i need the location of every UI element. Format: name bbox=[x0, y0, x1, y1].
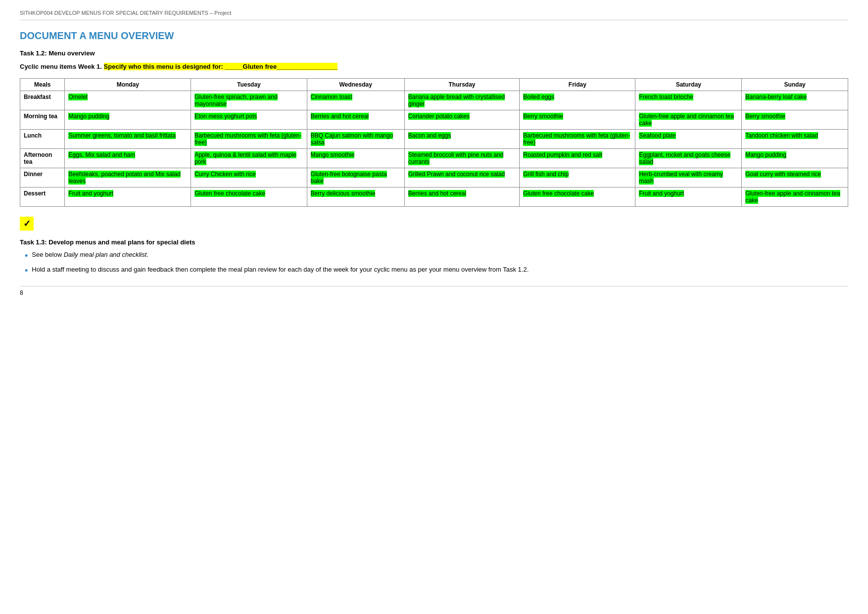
cell-content: Herb-crumbed veal with creamy mash bbox=[639, 171, 723, 185]
cell-friday: Boiled eggs bbox=[520, 91, 635, 110]
cell-monday: Beefsteaks, poached potato and Mix salad… bbox=[65, 168, 191, 188]
cell-content: Berry delicious smoothie bbox=[311, 190, 376, 197]
cell-sunday: Goat curry with steamed rice bbox=[742, 168, 848, 188]
bullet-1-text: See below Daily meal plan and checklist. bbox=[32, 251, 148, 258]
cell-tuesday: Eton mess yoghurt pots bbox=[191, 110, 307, 130]
cell-sunday: Tandoori chicken with salad bbox=[742, 130, 848, 149]
bullet-1-italic: Daily meal plan and checklist bbox=[64, 251, 147, 258]
cell-content: Tandoori chicken with salad bbox=[745, 132, 818, 139]
cell-monday: Mango pudding bbox=[65, 110, 191, 130]
cell-thursday: Coriander potato cakes bbox=[404, 110, 520, 130]
footer: 8 bbox=[20, 286, 848, 296]
cell-thursday: Steamed broccoli with pine nuts and curr… bbox=[404, 149, 520, 168]
table-row: Morning teaMango puddingEton mess yoghur… bbox=[20, 110, 848, 130]
cell-friday: Grill fish and chip bbox=[520, 168, 635, 188]
col-header-tuesday: Tuesday bbox=[191, 79, 307, 91]
cell-content: Seafood plate bbox=[639, 132, 675, 139]
bullet-2-text: Hold a staff meeting to discuss and gain… bbox=[32, 266, 529, 273]
cell-content: Berry smoothie bbox=[523, 113, 563, 120]
cyclic-prefix: Cyclic menu items Week 1. bbox=[20, 63, 102, 70]
cell-saturday: Seafood plate bbox=[635, 130, 742, 149]
cell-content: Eton mess yoghurt pots bbox=[194, 113, 257, 120]
cell-content: Banana apple bread with crystallised gin… bbox=[408, 94, 505, 107]
col-header-monday: Monday bbox=[65, 79, 191, 91]
cell-content: Berries and hot cereal bbox=[408, 190, 466, 197]
cell-content: Fruit and yoghurt bbox=[68, 190, 113, 197]
cell-tuesday: Gluten free chocolate cake bbox=[191, 188, 307, 207]
cell-content: Gluten-free bolognaise pasta bake bbox=[311, 171, 387, 185]
cell-tuesday: Barbecued mushrooms with feta (gluten-fr… bbox=[191, 130, 307, 149]
cell-content: Cinnamon toast bbox=[311, 94, 352, 100]
cell-content: Gluten free chocolate cake bbox=[194, 190, 265, 197]
cyclic-highlight-text: Specify who this menu is designed for: _… bbox=[104, 63, 243, 70]
cell-wednesday: Berry delicious smoothie bbox=[307, 188, 404, 207]
table-row: Afternoon teaEggs, Mix salad and hamAppl… bbox=[20, 149, 848, 168]
cell-friday: Barbecued mushrooms with feta (gluten-fr… bbox=[520, 130, 635, 149]
cell-content: Grill fish and chip bbox=[523, 171, 569, 178]
cell-content: Curry Chicken with rice bbox=[194, 171, 255, 178]
cell-content: Summer greens, tomato and basil frittata bbox=[68, 132, 176, 139]
cell-wednesday: Cinnamon toast bbox=[307, 91, 404, 110]
cell-friday: Gluten free chocolate cake bbox=[520, 188, 635, 207]
cell-content: Mango pudding bbox=[68, 113, 109, 120]
cell-tuesday: Curry Chicken with rice bbox=[191, 168, 307, 188]
col-header-thursday: Thursday bbox=[404, 79, 520, 91]
document-title: DOCUMENT A MENU OVERVIEW bbox=[20, 30, 848, 42]
bullet-item-2: • Hold a staff meeting to discuss and ga… bbox=[25, 266, 848, 277]
meal-label: Afternoon tea bbox=[20, 149, 65, 168]
cell-thursday: Berries and hot cereal bbox=[404, 188, 520, 207]
cell-saturday: French toast brioche bbox=[635, 91, 742, 110]
cell-thursday: Bacon and eggs bbox=[404, 130, 520, 149]
cell-content: Grilled Prawn and coconut rice salad bbox=[408, 171, 505, 178]
bullet-item-1: • See below Daily meal plan and checklis… bbox=[25, 251, 848, 262]
col-header-wednesday: Wednesday bbox=[307, 79, 404, 91]
cell-sunday: Mango pudding bbox=[742, 149, 848, 168]
cell-content: Roasted pumpkin and red salt bbox=[523, 151, 602, 158]
cell-content: Banana-berry loaf cake bbox=[745, 94, 807, 100]
cell-sunday: Banana-berry loaf cake bbox=[742, 91, 848, 110]
cell-content: Gluten-free spinach, prawn and mayonnais… bbox=[194, 94, 277, 107]
cell-content: Berry smoothie bbox=[745, 113, 785, 120]
table-body: BreakfastOmeletGluten-free spinach, praw… bbox=[20, 91, 848, 207]
cell-content: Mango smoothie bbox=[311, 151, 355, 158]
cell-wednesday: Gluten-free bolognaise pasta bake bbox=[307, 168, 404, 188]
cell-saturday: Fruit and yoghurt bbox=[635, 188, 742, 207]
cyclic-highlight-value: Gluten free bbox=[243, 63, 277, 70]
page-header: SITHKOP004 DEVELOP MENUS FOR SPECIAL DIE… bbox=[20, 10, 848, 20]
table-row: DessertFruit and yoghurtGluten free choc… bbox=[20, 188, 848, 207]
meal-label: Morning tea bbox=[20, 110, 65, 130]
cell-content: Mango pudding bbox=[745, 151, 786, 158]
cell-content: Gluten-free apple and cinnamon tea cake bbox=[639, 113, 733, 127]
cell-content: Eggplant, rocket and goats cheese salad bbox=[639, 151, 730, 165]
header-title: SITHKOP004 DEVELOP MENUS FOR SPECIAL DIE… bbox=[20, 10, 231, 16]
cyclic-suffix: _________________ bbox=[277, 63, 338, 70]
bullet-dot-1: • bbox=[25, 251, 28, 262]
cell-content: Eggs, Mix salad and ham bbox=[68, 151, 135, 158]
cell-friday: Berry smoothie bbox=[520, 110, 635, 130]
cell-content: Barbecued mushrooms with feta (gluten-fr… bbox=[194, 132, 301, 146]
cell-monday: Fruit and yoghurt bbox=[65, 188, 191, 207]
cell-monday: Omelet bbox=[65, 91, 191, 110]
cell-wednesday: Mango smoothie bbox=[307, 149, 404, 168]
cell-content: BBQ Cajun salmon with mango salsa bbox=[311, 132, 393, 146]
meal-label: Breakfast bbox=[20, 91, 65, 110]
col-header-meals: Meals bbox=[20, 79, 65, 91]
page-number: 8 bbox=[20, 289, 23, 296]
cell-wednesday: BBQ Cajun salmon with mango salsa bbox=[307, 130, 404, 149]
cell-content: Goat curry with steamed rice bbox=[745, 171, 821, 178]
cell-saturday: Herb-crumbed veal with creamy mash bbox=[635, 168, 742, 188]
cell-saturday: Gluten-free apple and cinnamon tea cake bbox=[635, 110, 742, 130]
cell-tuesday: Gluten-free spinach, prawn and mayonnais… bbox=[191, 91, 307, 110]
task13-label: Task 1.3: Develop menus and meal plans f… bbox=[20, 238, 848, 246]
cell-monday: Summer greens, tomato and basil frittata bbox=[65, 130, 191, 149]
check-mark: ✓ bbox=[20, 217, 34, 231]
table-header-row: MealsMondayTuesdayWednesdayThursdayFrida… bbox=[20, 79, 848, 91]
table-row: LunchSummer greens, tomato and basil fri… bbox=[20, 130, 848, 149]
cell-content: Fruit and yoghurt bbox=[639, 190, 684, 197]
col-header-saturday: Saturday bbox=[635, 79, 742, 91]
cell-content: Gluten-free apple and cinnamon tea cake bbox=[745, 190, 840, 204]
cell-content: Steamed broccoli with pine nuts and curr… bbox=[408, 151, 504, 165]
cell-sunday: Berry smoothie bbox=[742, 110, 848, 130]
meal-label: Dessert bbox=[20, 188, 65, 207]
cell-sunday: Gluten-free apple and cinnamon tea cake bbox=[742, 188, 848, 207]
